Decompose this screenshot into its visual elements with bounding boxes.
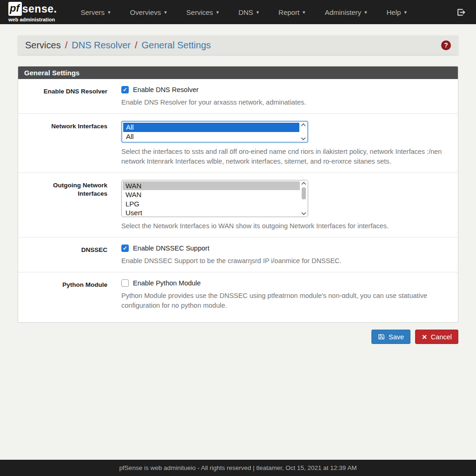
- general-settings-panel: General Settings Enable DNS Resolver ✓ E…: [18, 66, 458, 323]
- scrollbar-thumb[interactable]: [302, 187, 306, 199]
- outgoing-interfaces-select[interactable]: WAN WAN LPG Usert: [121, 180, 308, 217]
- select-scrollbar[interactable]: [300, 180, 308, 217]
- close-icon: ✕: [422, 333, 427, 341]
- checkbox-label: Enable DNSSEC Support: [133, 245, 209, 252]
- nav-menu: Servers▾ Overvievs▾ Services▾ DNS▾ Repor…: [71, 4, 454, 21]
- row-enable-dns-resolver: Enable DNS Resolver ✓ Enable DNS Resolve…: [18, 79, 458, 114]
- scroll-up-icon: [301, 182, 306, 185]
- field-label: DNSSEC: [25, 245, 107, 265]
- nav-item-services[interactable]: Services▾: [177, 4, 229, 21]
- row-outgoing-network-interfaces: Outgoing Network Interfaces WAN WAN LPG …: [18, 173, 458, 238]
- chevron-down-icon: ▾: [108, 9, 111, 15]
- field-label: Network Interfaces: [25, 121, 107, 166]
- checkbox-label: Enable Python Module: [133, 279, 201, 287]
- select-option[interactable]: LPG: [123, 199, 300, 209]
- field-help-text: Python Module provides use the DNSSEC us…: [121, 291, 451, 310]
- select-option[interactable]: WAN: [123, 181, 300, 191]
- breadcrumb-separator: /: [135, 40, 138, 51]
- footer-copyright: pfSense is web adminitueio - All rights …: [119, 464, 357, 471]
- nav-item-administery[interactable]: Administery▾: [315, 4, 377, 21]
- field-label: Enable DNS Resolver: [25, 86, 107, 107]
- logout-icon[interactable]: [454, 6, 468, 19]
- save-icon: [378, 333, 385, 340]
- select-option[interactable]: All: [123, 123, 299, 132]
- form-actions: Save ✕ Cancel: [18, 330, 458, 344]
- field-help-text: Enable DNS Resolver for your arxasss net…: [121, 98, 451, 107]
- nav-item-help[interactable]: Help▾: [377, 4, 416, 21]
- breadcrumb-page-link[interactable]: DNS Resolver: [72, 40, 131, 51]
- nav-item-report[interactable]: Report▾: [269, 4, 315, 21]
- field-help-text: Select the interfaces to ssts and rall ö…: [121, 147, 451, 166]
- chevron-down-icon: ▾: [216, 9, 219, 15]
- network-interfaces-select[interactable]: All All: [121, 121, 308, 143]
- cancel-button[interactable]: ✕ Cancel: [415, 330, 458, 344]
- enable-dnssec-checkbox[interactable]: ✓: [121, 245, 129, 252]
- select-option[interactable]: Usert: [123, 208, 300, 217]
- field-help-text: Select the Network Interfaces io WAN sho…: [121, 221, 451, 231]
- enable-python-module-checkbox[interactable]: ✓: [121, 279, 129, 287]
- row-python-module: Python Module ✓ Enable Python Module Pyt…: [18, 272, 458, 322]
- chevron-down-icon: ▾: [164, 9, 167, 15]
- nav-item-overviews[interactable]: Overvievs▾: [120, 4, 177, 21]
- chevron-down-icon: ▾: [364, 9, 367, 15]
- checkbox-label: Enable DNS Resolver: [133, 86, 198, 93]
- question-mark-icon: ?: [441, 40, 451, 50]
- pfsense-logo[interactable]: pf sense. web administration: [8, 2, 57, 22]
- footer-bar: pfSense is web adminitueio - All rights …: [0, 460, 476, 476]
- top-navbar: pf sense. web administration Servers▾ Ov…: [0, 0, 476, 24]
- nav-item-servers[interactable]: Servers▾: [71, 4, 120, 21]
- breadcrumb-section: Services: [25, 40, 61, 51]
- logo-pf-mark: pf: [8, 2, 22, 16]
- row-dnssec: DNSSEC ✓ Enable DNSSEC Support Enable DN…: [18, 238, 458, 272]
- scroll-up-icon: [301, 123, 306, 126]
- select-option[interactable]: All: [123, 132, 299, 141]
- row-network-interfaces: Network Interfaces All All Select the in…: [18, 114, 458, 173]
- field-help-text: Enable DNSSEC Support to be the crawarŋs…: [121, 256, 451, 265]
- enable-dns-resolver-checkbox[interactable]: ✓: [121, 86, 129, 93]
- field-label: Python Module: [25, 279, 107, 310]
- chevron-down-icon: ▾: [404, 9, 407, 15]
- logo-subtitle: web administration: [8, 17, 57, 22]
- logo-sense-text: sense.: [22, 3, 57, 15]
- scroll-down-icon: [301, 212, 306, 215]
- scroll-down-icon: [301, 137, 306, 140]
- chevron-down-icon: ▾: [303, 9, 305, 15]
- panel-title: General Settings: [18, 66, 458, 79]
- save-button[interactable]: Save: [371, 330, 410, 344]
- select-scrollbar[interactable]: [299, 122, 307, 142]
- breadcrumb: Services / DNS Resolver / General Settin…: [18, 35, 458, 55]
- chevron-down-icon: ▾: [257, 9, 259, 15]
- select-option[interactable]: WAN: [123, 190, 300, 199]
- page-help-button[interactable]: ?: [441, 40, 451, 50]
- breadcrumb-tab-link[interactable]: General Settings: [142, 40, 211, 51]
- breadcrumb-separator: /: [65, 40, 68, 51]
- field-label: Outgoing Network Interfaces: [25, 180, 107, 231]
- nav-item-dns[interactable]: DNS▾: [229, 4, 269, 21]
